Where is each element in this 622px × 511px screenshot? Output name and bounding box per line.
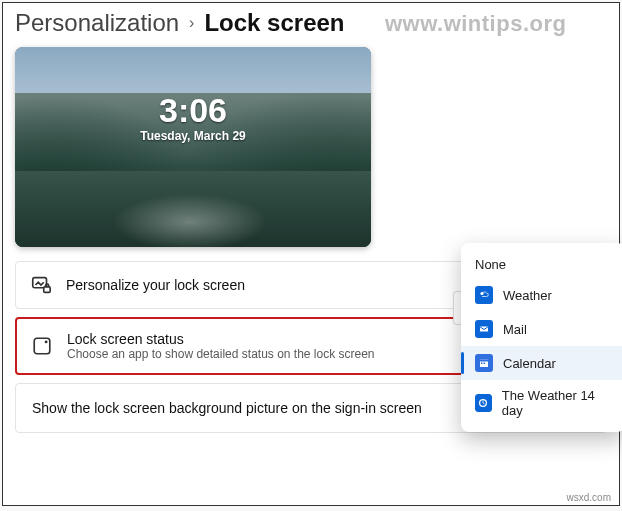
preview-time: 3:06 — [15, 91, 371, 130]
dropdown-label: Mail — [503, 322, 527, 337]
preview-date: Tuesday, March 29 — [15, 129, 371, 143]
dropdown-option-calendar[interactable]: Calendar — [461, 346, 622, 380]
footer-watermark: wsxd.com — [567, 492, 611, 503]
breadcrumb: Personalization › Lock screen — [3, 3, 619, 41]
picture-lock-icon — [30, 274, 52, 296]
status-subtitle: Choose an app to show detailed status on… — [67, 347, 375, 361]
personalize-title: Personalize your lock screen — [66, 277, 245, 293]
dropdown-option-none[interactable]: None — [461, 253, 622, 278]
svg-rect-7 — [480, 360, 488, 362]
svg-point-3 — [45, 340, 48, 343]
svg-rect-9 — [484, 363, 486, 365]
dropdown-option-weather[interactable]: Weather — [461, 278, 622, 312]
svg-rect-8 — [481, 363, 483, 365]
status-title: Lock screen status — [67, 331, 375, 347]
breadcrumb-parent[interactable]: Personalization — [15, 9, 179, 37]
dropdown-option-mail[interactable]: Mail — [461, 312, 622, 346]
dropdown-label: Weather — [503, 288, 552, 303]
status-app-dropdown: None Weather Mail Calendar The Weather 1… — [461, 243, 622, 432]
dropdown-label: The Weather 14 day — [502, 388, 611, 418]
weather14-icon — [475, 394, 492, 412]
calendar-icon — [475, 354, 493, 372]
mail-icon — [475, 320, 493, 338]
lockscreen-preview: 3:06 Tuesday, March 29 — [15, 47, 371, 247]
status-frame-icon — [31, 335, 53, 357]
svg-rect-1 — [44, 287, 50, 293]
breadcrumb-current: Lock screen — [204, 9, 344, 37]
chevron-right-icon: › — [189, 14, 194, 32]
signin-background-label: Show the lock screen background picture … — [32, 400, 422, 416]
preview-image — [15, 47, 371, 247]
dropdown-option-weather14[interactable]: The Weather 14 day — [461, 380, 622, 426]
dropdown-label: Calendar — [503, 356, 556, 371]
weather-icon — [475, 286, 493, 304]
svg-rect-2 — [34, 338, 50, 354]
